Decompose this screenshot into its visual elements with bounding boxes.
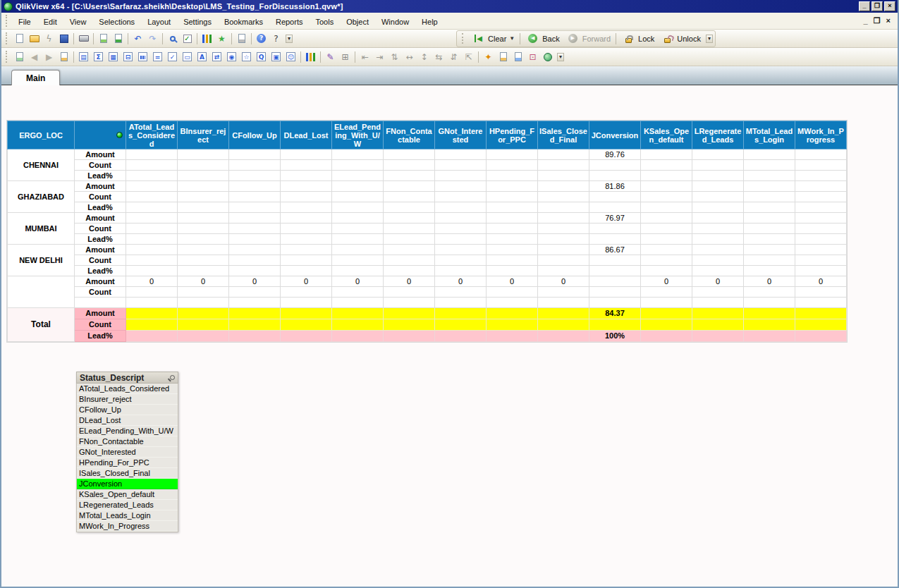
pivot-cell[interactable]: [641, 160, 692, 171]
pivot-cell[interactable]: [744, 245, 795, 255]
pivot-measure-label[interactable]: Count: [75, 255, 126, 266]
listbox-item[interactable]: LRegenerated_Leads: [77, 500, 178, 510]
pivot-cell[interactable]: [281, 202, 332, 213]
pivot-cell[interactable]: [692, 331, 744, 342]
pivot-cell[interactable]: [744, 298, 795, 308]
menu-layout[interactable]: Layout: [141, 16, 177, 28]
pivot-cell[interactable]: [332, 287, 384, 298]
pivot-cell[interactable]: [487, 255, 538, 266]
pivot-measure-label[interactable]: Amount: [75, 149, 126, 160]
pivot-cell[interactable]: [126, 149, 178, 160]
pivot-corner-header[interactable]: ERGO_LOC: [8, 121, 75, 149]
create-custom-object-icon[interactable]: ☺: [284, 50, 298, 63]
pivot-cell[interactable]: [589, 171, 641, 181]
add-bookmark-icon[interactable]: ★: [215, 32, 228, 45]
listbox-item[interactable]: HPending_For_PPC: [77, 458, 178, 468]
pivot-cell[interactable]: [487, 287, 538, 298]
pivot-cell[interactable]: [538, 266, 589, 276]
menu-object[interactable]: Object: [340, 16, 375, 28]
create-listbox-icon[interactable]: ▤: [77, 50, 90, 63]
space-vertically-icon[interactable]: ↕: [417, 50, 431, 63]
pivot-cell[interactable]: [589, 319, 641, 331]
pivot-cell[interactable]: [332, 319, 384, 331]
pivot-cell[interactable]: [538, 234, 589, 245]
mdi-restore-button[interactable]: ❐: [874, 16, 881, 25]
pivot-cell[interactable]: [178, 223, 229, 234]
pivot-cell[interactable]: 0: [692, 276, 744, 287]
pivot-cell[interactable]: [589, 298, 641, 308]
pivot-cell[interactable]: [126, 213, 178, 223]
pivot-location-label[interactable]: CHENNAI: [8, 149, 75, 181]
current-selections-icon[interactable]: [181, 32, 194, 45]
pivot-cell[interactable]: [229, 331, 281, 342]
pivot-cell[interactable]: 0: [178, 276, 229, 287]
pivot-cell[interactable]: [795, 266, 847, 276]
pivot-cell[interactable]: [281, 308, 332, 319]
pivot-cell[interactable]: [435, 255, 487, 266]
pivot-cell[interactable]: [487, 223, 538, 234]
pivot-cell[interactable]: [281, 298, 332, 308]
create-bookmark-object-icon[interactable]: ◉: [225, 50, 238, 63]
pivot-cell[interactable]: 81.86: [589, 181, 641, 192]
pivot-cell[interactable]: [229, 287, 281, 298]
pivot-cell[interactable]: 0: [126, 276, 178, 287]
pivot-cell[interactable]: [538, 287, 589, 298]
pivot-measure-label[interactable]: Lead%: [75, 234, 126, 245]
pivot-measure-label[interactable]: Count: [75, 287, 126, 298]
pivot-cell[interactable]: [126, 331, 178, 342]
pivot-total-label[interactable]: Total: [8, 308, 75, 342]
forward-button[interactable]: ▶ Forward: [563, 31, 613, 46]
pivot-cell[interactable]: [229, 234, 281, 245]
pivot-cell[interactable]: [589, 287, 641, 298]
format-painter-icon[interactable]: ✎: [324, 50, 337, 63]
pivot-measure-label[interactable]: Count: [75, 192, 126, 202]
pivot-cell[interactable]: [641, 213, 692, 223]
menu-window[interactable]: Window: [375, 16, 415, 28]
pivot-cell[interactable]: 86.67: [589, 245, 641, 255]
pivot-cell[interactable]: [384, 255, 435, 266]
menu-file[interactable]: File: [12, 16, 37, 28]
pivot-cell[interactable]: [178, 181, 229, 192]
pivot-cell[interactable]: [538, 160, 589, 171]
pivot-cell[interactable]: [435, 266, 487, 276]
pivot-measure-label[interactable]: Amount: [75, 213, 126, 223]
pivot-location-label[interactable]: [8, 276, 75, 308]
menu-view[interactable]: View: [63, 16, 93, 28]
snap-grid-icon[interactable]: ⇱: [462, 50, 475, 63]
title-bar[interactable]: QlikView x64 - [C:\Users\Sarfaraz.sheikh…: [1, 0, 898, 13]
pivot-cell[interactable]: [332, 160, 384, 171]
pivot-cell[interactable]: [281, 266, 332, 276]
pivot-cell[interactable]: [126, 223, 178, 234]
pivot-cell[interactable]: [229, 160, 281, 171]
pivot-column-header[interactable]: CFollow_Up: [229, 121, 281, 149]
pivot-measure-label[interactable]: Count: [75, 319, 126, 331]
pivot-measure-label[interactable]: Amount: [75, 308, 126, 319]
listbox-item[interactable]: MTotal_Leads_Login: [77, 510, 178, 521]
pivot-cell[interactable]: [384, 331, 435, 342]
listbox-header[interactable]: Status_Descript: [76, 372, 178, 384]
create-multi-box-icon[interactable]: ✓: [166, 50, 179, 63]
pivot-cell[interactable]: [744, 331, 795, 342]
pivot-cell[interactable]: [641, 245, 692, 255]
pivot-cell[interactable]: 0: [384, 276, 435, 287]
pivot-cell[interactable]: [795, 223, 847, 234]
create-container-icon[interactable]: ▣: [269, 50, 283, 63]
pivot-cell[interactable]: [795, 287, 847, 298]
pivot-measure-label[interactable]: [75, 298, 126, 308]
pivot-cell[interactable]: [744, 308, 795, 319]
expression-overview-icon[interactable]: ⊡: [526, 50, 539, 63]
export-icon[interactable]: [111, 32, 125, 45]
pivot-cell[interactable]: [487, 245, 538, 255]
pivot-cell[interactable]: [384, 287, 435, 298]
pivot-cell[interactable]: 0: [487, 276, 538, 287]
pivot-cell[interactable]: [795, 234, 847, 245]
pivot-cell[interactable]: [538, 298, 589, 308]
pivot-cell[interactable]: [692, 287, 744, 298]
pivot-cell[interactable]: [332, 234, 384, 245]
pivot-cell[interactable]: [178, 319, 229, 331]
pivot-cell[interactable]: [641, 234, 692, 245]
pivot-measure-header[interactable]: [75, 121, 126, 149]
pivot-cell[interactable]: [795, 308, 847, 319]
edit-note-icon[interactable]: [235, 32, 248, 45]
pivot-column-header[interactable]: HPending_For_PPC: [487, 121, 538, 149]
